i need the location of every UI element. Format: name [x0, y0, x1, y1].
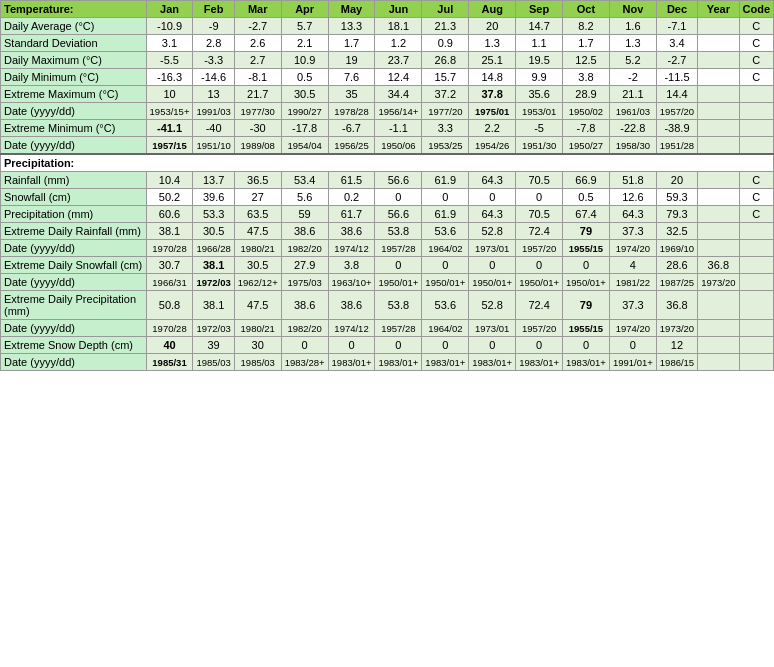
cell-value: [739, 354, 774, 371]
cell-value: 1956/25: [328, 137, 375, 155]
cell-value: -8.1: [234, 69, 281, 86]
cell-value: 1964/02: [422, 240, 469, 257]
cell-value: 0: [469, 257, 516, 274]
cell-value: 60.6: [146, 206, 193, 223]
cell-value: 1983/01+: [469, 354, 516, 371]
cell-value: 1.6: [609, 18, 656, 35]
cell-value: 63.5: [234, 206, 281, 223]
cell-value: 12: [656, 337, 697, 354]
cell-value: 53.8: [375, 291, 422, 320]
cell-value: 1.7: [563, 35, 610, 52]
dec-header: Dec: [656, 1, 697, 18]
cell-value: 1950/01+: [516, 274, 563, 291]
cell-value: 0: [422, 337, 469, 354]
row-label: Extreme Maximum (°C): [1, 86, 147, 103]
cell-value: 64.3: [469, 172, 516, 189]
cell-value: 25.1: [469, 52, 516, 69]
cell-value: 19: [328, 52, 375, 69]
cell-value: 1957/15: [146, 137, 193, 155]
cell-value: 5.7: [281, 18, 328, 35]
cell-value: 0.5: [281, 69, 328, 86]
row-label: Extreme Minimum (°C): [1, 120, 147, 137]
table-row: Snowfall (cm)50.239.6275.60.200000.512.6…: [1, 189, 774, 206]
cell-value: 79: [563, 223, 610, 240]
cell-value: [698, 86, 739, 103]
cell-value: [739, 103, 774, 120]
cell-value: 1975/01: [469, 103, 516, 120]
cell-value: 1955/15: [563, 320, 610, 337]
cell-value: 20: [469, 18, 516, 35]
may-header: May: [328, 1, 375, 18]
cell-value: 1983/01+: [563, 354, 610, 371]
cell-value: 34.4: [375, 86, 422, 103]
cell-value: [739, 86, 774, 103]
cell-value: 1972/03: [193, 320, 234, 337]
cell-value: 10: [146, 86, 193, 103]
cell-value: 3.3: [422, 120, 469, 137]
cell-value: 59: [281, 206, 328, 223]
oct-header: Oct: [563, 1, 610, 18]
table-header-row: Temperature: Jan Feb Mar Apr May Jun Jul…: [1, 1, 774, 18]
cell-value: 0: [516, 189, 563, 206]
cell-value: 1974/20: [609, 320, 656, 337]
cell-value: 1973/20: [698, 274, 739, 291]
table-row: Date (yyyy/dd)1985/311985/031985/031983/…: [1, 354, 774, 371]
climate-table: Temperature: Jan Feb Mar Apr May Jun Jul…: [0, 0, 774, 371]
cell-value: 14.4: [656, 86, 697, 103]
cell-value: -7.1: [656, 18, 697, 35]
cell-value: 1985/03: [193, 354, 234, 371]
cell-value: [698, 172, 739, 189]
cell-value: -38.9: [656, 120, 697, 137]
cell-value: [698, 69, 739, 86]
cell-value: 53.6: [422, 223, 469, 240]
cell-value: [698, 354, 739, 371]
cell-value: 38.1: [193, 291, 234, 320]
cell-value: 1973/01: [469, 320, 516, 337]
cell-value: 28.9: [563, 86, 610, 103]
cell-value: 0: [328, 337, 375, 354]
cell-value: 27: [234, 189, 281, 206]
cell-value: 1957/20: [656, 103, 697, 120]
cell-value: 5.2: [609, 52, 656, 69]
cell-value: [739, 120, 774, 137]
table-body: Daily Average (°C)-10.9-9-2.75.713.318.1…: [1, 18, 774, 371]
table-row: Date (yyyy/dd)1966/311972/031962/12+1975…: [1, 274, 774, 291]
table-row: Extreme Snow Depth (cm)4039300000000012: [1, 337, 774, 354]
cell-value: 1981/22: [609, 274, 656, 291]
cell-value: 12.5: [563, 52, 610, 69]
cell-value: 3.4: [656, 35, 697, 52]
cell-value: [739, 320, 774, 337]
table-row: Extreme Minimum (°C)-41.1-40-30-17.8-6.7…: [1, 120, 774, 137]
cell-value: 0: [516, 337, 563, 354]
cell-value: 5.6: [281, 189, 328, 206]
cell-value: 61.7: [328, 206, 375, 223]
cell-value: 27.9: [281, 257, 328, 274]
cell-value: 1972/03: [193, 274, 234, 291]
cell-value: 14.7: [516, 18, 563, 35]
cell-value: 1957/20: [516, 240, 563, 257]
row-label: Date (yyyy/dd): [1, 320, 147, 337]
cell-value: 0: [469, 337, 516, 354]
cell-value: 1.1: [516, 35, 563, 52]
cell-value: C: [739, 18, 774, 35]
table-row: Extreme Daily Precipitation (mm)50.838.1…: [1, 291, 774, 320]
cell-value: 1951/10: [193, 137, 234, 155]
cell-value: 52.8: [469, 223, 516, 240]
cell-value: 1982/20: [281, 320, 328, 337]
cell-value: -2: [609, 69, 656, 86]
cell-value: 0.9: [422, 35, 469, 52]
cell-value: 1978/28: [328, 103, 375, 120]
cell-value: 1974/12: [328, 320, 375, 337]
cell-value: 1964/02: [422, 320, 469, 337]
cell-value: [698, 103, 739, 120]
cell-value: -3.3: [193, 52, 234, 69]
cell-value: 36.8: [656, 291, 697, 320]
cell-value: 30.5: [281, 86, 328, 103]
cell-value: 20: [656, 172, 697, 189]
cell-value: 1955/15: [563, 240, 610, 257]
cell-value: 39: [193, 337, 234, 354]
cell-value: 47.5: [234, 223, 281, 240]
cell-value: 1950/01+: [469, 274, 516, 291]
cell-value: 19.5: [516, 52, 563, 69]
cell-value: 50.2: [146, 189, 193, 206]
